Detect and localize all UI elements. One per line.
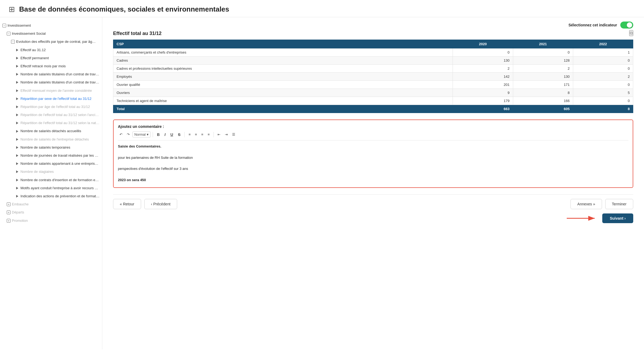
expand-icon-20	[15, 187, 19, 189]
row-label-cell: Employés	[113, 73, 453, 81]
sidebar-item-label: Nombre de salariés titulaires d'un contr…	[20, 80, 100, 85]
main-layout: −Investissement−Investissement Social−Ev…	[0, 17, 644, 349]
row-2022-cell: 0	[573, 81, 633, 89]
sidebar-item[interactable]: Effectif retracé mois par mois	[0, 62, 102, 70]
expand-icon-1: −	[6, 32, 11, 36]
retour-button[interactable]: « Retour	[113, 199, 141, 209]
sidebar-item[interactable]: Effectif au 31.12	[0, 46, 102, 54]
col-header-csp: CSP	[113, 40, 453, 48]
comment-content[interactable]: Saisie des Commentaires.pour les partena…	[118, 144, 628, 183]
expand-icon-22: +	[6, 202, 11, 206]
total-cell-label: Total	[113, 105, 453, 113]
sidebar-item[interactable]: Nombre de journées de travail réalisées …	[0, 152, 102, 160]
sidebar-item[interactable]: +Départs	[0, 208, 102, 216]
row-2020-cell: 9	[453, 89, 513, 97]
sidebar-item-label: Nombre de journées de travail réalisées …	[20, 153, 100, 158]
sidebar-item-label: Nombre de salariés détachés accueillis	[20, 129, 81, 134]
terminer-button[interactable]: Terminer	[605, 199, 633, 209]
comment-line: perspectives d'évolution de l'effectif s…	[118, 166, 628, 172]
table-row: Artisans, commerçants et chefs d'entrepr…	[113, 48, 633, 57]
format-dropdown[interactable]: Normal ▾	[132, 131, 150, 138]
bold-button[interactable]: B	[155, 132, 162, 138]
row-2021-cell: 128	[513, 57, 573, 65]
sidebar-item[interactable]: Répartition par sexe de l'effectif total…	[0, 95, 102, 103]
expand-icon-6	[15, 73, 19, 76]
sidebar-item-label: Investissement	[8, 23, 31, 28]
nav-left-group: « Retour ‹ Précédent	[113, 199, 177, 209]
sidebar-item[interactable]: Motifs ayant conduit l'entreprise à avoi…	[0, 184, 102, 192]
row-2021-cell: 2	[513, 65, 573, 73]
align-justify-button[interactable]: ≡	[206, 131, 211, 138]
indicator-toggle-label: Sélectionnez cet indicateur	[569, 23, 617, 27]
indicator-toggle[interactable]	[620, 22, 633, 29]
table-title: Effectif total au 31/12	[113, 31, 633, 36]
sidebar-item[interactable]: Répartition de l'effectif total au 31/12…	[0, 111, 102, 119]
sidebar-item[interactable]: Nombre de contrats d'insertion et de for…	[0, 176, 102, 184]
sidebar-item[interactable]: Effectif permanent	[0, 54, 102, 62]
table-wrapper: Effectif total au 31/12 ⧉ CSP 2020 2021 …	[113, 31, 633, 113]
align-right-button[interactable]: ≡	[200, 131, 205, 138]
table-row: Cadres1301280	[113, 57, 633, 65]
row-2022-cell: 0	[573, 65, 633, 73]
red-arrow-annotation	[566, 213, 598, 223]
sidebar-item[interactable]: Nombre de salariés titulaires d'un contr…	[0, 70, 102, 78]
table-row: Ouvrier qualifié2011710	[113, 81, 633, 89]
comment-label: Ajoutez un commentaire :	[118, 124, 628, 129]
table-total-row: Total6636058	[113, 105, 633, 113]
redo-button[interactable]: ↷	[125, 131, 131, 138]
sidebar-item[interactable]: −Investissement Social	[0, 30, 102, 38]
table-copy-button[interactable]: ⧉	[629, 30, 633, 36]
strikethrough-button[interactable]: S	[176, 132, 182, 138]
expand-icon-23: +	[6, 210, 11, 214]
sidebar: −Investissement−Investissement Social−Ev…	[0, 17, 102, 349]
expand-icon-17	[15, 162, 19, 165]
bottom-nav: « Retour ‹ Précédent Annexes » Terminer	[113, 194, 633, 211]
sidebar-item[interactable]: Nombre de salariés appartenant à une ent…	[0, 160, 102, 168]
table-row: Techniciens et agent de maîtrise1791660	[113, 97, 633, 105]
italic-button[interactable]: I	[163, 132, 167, 138]
sidebar-item[interactable]: Effectif mensuel moyen de l'année consid…	[0, 87, 102, 95]
undo-button[interactable]: ↶	[118, 131, 124, 138]
sidebar-item-label: Nombre de salariés temporaires	[20, 145, 70, 150]
sidebar-item[interactable]: Nombre de stagiaires	[0, 168, 102, 176]
row-2021-cell: 166	[513, 97, 573, 105]
suivant-button[interactable]: Suivant ›	[602, 213, 633, 223]
sidebar-item[interactable]: +Embauche	[0, 200, 102, 208]
sidebar-item-label: Nombre de salariés titulaires d'un contr…	[20, 72, 100, 77]
sidebar-item[interactable]: Nombre de salariés titulaires d'un contr…	[0, 78, 102, 86]
comment-section: Ajoutez un commentaire : ↶ ↷ Normal ▾ B …	[113, 120, 633, 188]
indent-less-button[interactable]: ⇤	[216, 131, 222, 138]
sidebar-item-label: Motifs ayant conduit l'entreprise à avoi…	[20, 186, 100, 191]
row-2022-cell: 2	[573, 73, 633, 81]
sidebar-item-label: Effectif permanent	[20, 56, 49, 61]
sidebar-item[interactable]: Répartition de l'effectif total au 31/12…	[0, 119, 102, 127]
row-2022-cell: 5	[573, 89, 633, 97]
sidebar-item[interactable]: +Promotion	[0, 217, 102, 225]
sidebar-item[interactable]: −Evolution des effectifs par type de con…	[0, 38, 102, 46]
expand-icon-18	[15, 170, 19, 173]
format-dropdown-label: Normal	[134, 132, 146, 136]
sidebar-item[interactable]: Nombre de salariés temporaires	[0, 143, 102, 152]
list-button[interactable]: ☰	[230, 131, 237, 138]
expand-icon-4	[15, 57, 19, 59]
row-2020-cell: 201	[453, 81, 513, 89]
expand-icon-11	[15, 114, 19, 116]
expand-icon-14	[15, 138, 19, 141]
row-2020-cell: 2	[453, 65, 513, 73]
row-2021-cell: 8	[513, 89, 573, 97]
page-header: ⊞ Base de données économiques, sociales …	[0, 0, 644, 17]
annexes-button[interactable]: Annexes »	[570, 199, 602, 209]
align-center-button[interactable]: ≡	[193, 131, 199, 138]
sidebar-item[interactable]: Nombre de salariés de l'entreprise détac…	[0, 135, 102, 143]
sidebar-item[interactable]: Nombre de salariés détachés accueillis	[0, 127, 102, 135]
expand-icon-19	[15, 179, 19, 181]
sidebar-item[interactable]: Répartition par âge de l'effectif total …	[0, 103, 102, 111]
underline-button[interactable]: U	[169, 132, 175, 138]
align-left-button[interactable]: ≡	[187, 131, 192, 138]
sidebar-item-label: Evolution des effectifs par type de cont…	[16, 39, 97, 44]
sidebar-item[interactable]: Indication des actions de prévention et …	[0, 192, 102, 200]
sidebar-item[interactable]: −Investissement	[0, 22, 102, 30]
row-label-cell: Techniciens et agent de maîtrise	[113, 97, 453, 105]
indent-more-button[interactable]: ⇥	[223, 131, 229, 138]
precedent-button[interactable]: ‹ Précédent	[144, 199, 177, 209]
